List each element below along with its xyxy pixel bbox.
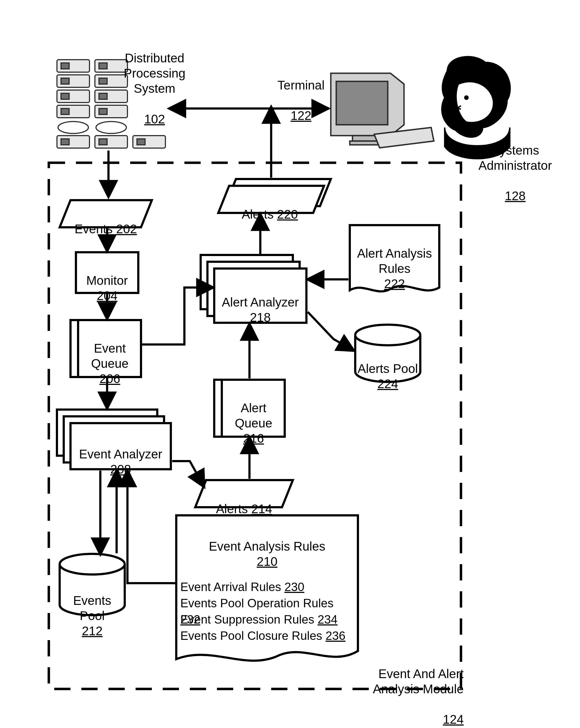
alerts-pool-label: Alerts Pool224: [357, 346, 419, 391]
events-pool-label: Events Pool212: [60, 578, 125, 639]
svg-rect-26: [350, 141, 379, 145]
svg-rect-19: [61, 139, 69, 145]
terminal-icon: [331, 73, 434, 148]
svg-point-32: [60, 554, 125, 574]
alert-queue-label: Alert Queue216: [225, 385, 282, 446]
svg-point-16: [58, 122, 88, 133]
event-queue-label: Event Queue206: [81, 326, 138, 386]
event-rules-row-3: Events Pool Closure Rules 236: [180, 612, 357, 644]
svg-rect-13: [61, 108, 69, 114]
monitor-label: Monitor204: [79, 258, 136, 303]
svg-rect-9: [61, 93, 69, 99]
event-analyzer-label: Event Analyzer208: [75, 431, 167, 477]
svg-rect-1: [61, 63, 69, 69]
events-label: Events 202: [67, 206, 145, 236]
module-title: Event And Alert Analysis Module 124: [371, 651, 464, 727]
alert-rules-label: Alert Analysis Rules222: [352, 231, 437, 291]
terminal-title: Terminal 122: [274, 62, 328, 123]
alerts220-label: Alerts 220: [229, 191, 311, 222]
sysadmin-title: Systems Administrator 128: [472, 128, 559, 204]
event-rules-title: Event Analysis Rules210: [179, 523, 355, 569]
alert-analyzer-label: Alert Analyzer218: [217, 279, 304, 325]
svg-point-37: [355, 325, 420, 345]
dps-title: Distributed Processing System 102: [98, 35, 211, 127]
svg-rect-23: [137, 139, 145, 145]
svg-rect-21: [99, 139, 107, 145]
svg-rect-5: [61, 78, 69, 84]
svg-point-27: [465, 96, 468, 99]
svg-rect-25: [352, 136, 377, 141]
svg-rect-24: [336, 81, 388, 125]
alerts214-label: Alerts 214: [205, 486, 283, 516]
